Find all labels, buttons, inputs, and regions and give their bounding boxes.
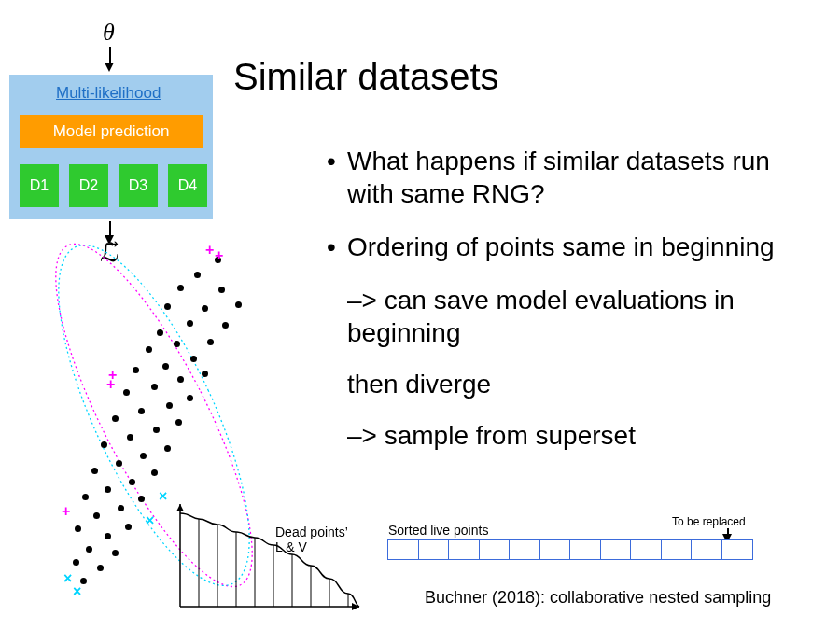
- bullet-2: Ordering of points same in beginning: [327, 231, 821, 263]
- scatter-dot: [157, 329, 163, 336]
- scatter-dot: [138, 408, 145, 414]
- live-point-cell: [691, 539, 722, 560]
- scatter-dot: [133, 367, 139, 373]
- scatter-dot: [125, 524, 132, 530]
- cross-cyan-icon: ×: [63, 570, 72, 587]
- scatter-dot: [187, 320, 193, 327]
- scatter-dot: [146, 346, 152, 353]
- scatter-dot: [222, 322, 229, 329]
- scatter-dot: [164, 303, 171, 310]
- multi-likelihood-label: Multi-likelihood: [56, 84, 161, 103]
- to-be-replaced-label: To be replaced: [672, 515, 746, 528]
- live-point-cell: [539, 539, 571, 560]
- live-point-cell: [569, 539, 601, 560]
- cross-cyan-icon: ×: [146, 512, 154, 529]
- scatter-dot: [202, 371, 208, 377]
- dataset-d4-box: D4: [168, 164, 207, 207]
- dead-points-chart: [173, 504, 369, 621]
- scatter-dot: [86, 546, 92, 553]
- scatter-dot: [151, 469, 158, 476]
- scatter-dot: [129, 479, 135, 485]
- scatter-dot: [112, 550, 119, 556]
- scatter-dot: [116, 460, 122, 467]
- sorted-live-points-label: Sorted live points: [388, 523, 488, 538]
- model-prediction-box: Model prediction: [20, 115, 203, 148]
- scatter-dot: [93, 512, 100, 519]
- scatter-dot: [97, 565, 104, 571]
- scatter-dot: [235, 301, 242, 308]
- scatter-dot: [101, 441, 107, 448]
- arrow-stem-top: [109, 47, 111, 63]
- scatter-dot: [164, 445, 171, 452]
- scatter-dot: [91, 468, 98, 474]
- scatter-dot: [177, 376, 184, 383]
- scatter-dot: [166, 402, 173, 409]
- svg-marker-5: [176, 504, 184, 511]
- scatter-dot: [123, 389, 130, 396]
- live-point-cell: [630, 539, 662, 560]
- live-point-cell: [387, 539, 419, 560]
- dead-points-label-2: L & V: [275, 539, 307, 554]
- scatter-dot: [75, 525, 81, 532]
- live-point-cell: [600, 539, 632, 560]
- scatter-dot: [174, 341, 180, 347]
- live-point-cell: [661, 539, 693, 560]
- dataset-d3-box: D3: [119, 164, 158, 207]
- scatter-dot: [190, 356, 197, 362]
- scatter-dot: [118, 505, 124, 511]
- scatter-dot: [202, 305, 208, 312]
- scatter-dot: [153, 427, 160, 433]
- scatter-dot: [151, 384, 158, 390]
- followup-2: then diverge: [327, 368, 821, 400]
- slide-title: Similar datasets: [233, 56, 499, 98]
- scatter-dot: [140, 453, 147, 459]
- live-points-array: [387, 539, 753, 564]
- cross-cyan-icon: ×: [159, 488, 167, 505]
- cross-magenta-icon: +: [205, 242, 214, 259]
- scatter-dot: [112, 415, 119, 422]
- scatter-dot: [187, 395, 193, 401]
- live-point-cell: [418, 539, 450, 560]
- dataset-d1-box: D1: [20, 164, 59, 207]
- live-point-cell: [448, 539, 480, 560]
- bullet-1: What happens if similar datasets run wit…: [327, 145, 821, 210]
- scatter-dot: [82, 494, 89, 500]
- scatter-dot: [207, 339, 214, 345]
- live-point-cell: [509, 539, 540, 560]
- cross-magenta-icon: +: [215, 247, 223, 264]
- scatter-dot: [138, 496, 145, 502]
- bullet-list: What happens if similar datasets run wit…: [327, 145, 821, 470]
- dead-points-label-1: Dead points’: [275, 525, 348, 539]
- scatter-dot: [127, 434, 133, 441]
- scatter-dot: [105, 533, 111, 539]
- cross-magenta-icon: +: [106, 376, 115, 393]
- scatter-dot: [175, 419, 182, 426]
- theta-symbol: θ: [103, 19, 115, 47]
- cross-magenta-icon: +: [62, 503, 70, 520]
- scatter-dot: [73, 559, 79, 566]
- scatter-dot: [162, 363, 169, 370]
- dataset-d2-box: D2: [69, 164, 108, 207]
- live-point-cell: [479, 539, 511, 560]
- scatter-dot: [194, 272, 201, 278]
- citation: Buchner (2018): collaborative nested sam…: [425, 588, 771, 608]
- cross-cyan-icon: ×: [73, 583, 81, 600]
- followup-3: –> sample from superset: [327, 419, 821, 452]
- followup-1: –> can save model evaluations in beginni…: [327, 284, 821, 349]
- live-point-cell: [721, 539, 753, 560]
- scatter-dot: [177, 285, 184, 291]
- scatter-dot: [218, 287, 225, 293]
- scatter-dot: [105, 486, 111, 493]
- arrow-down-top-icon: [105, 63, 114, 72]
